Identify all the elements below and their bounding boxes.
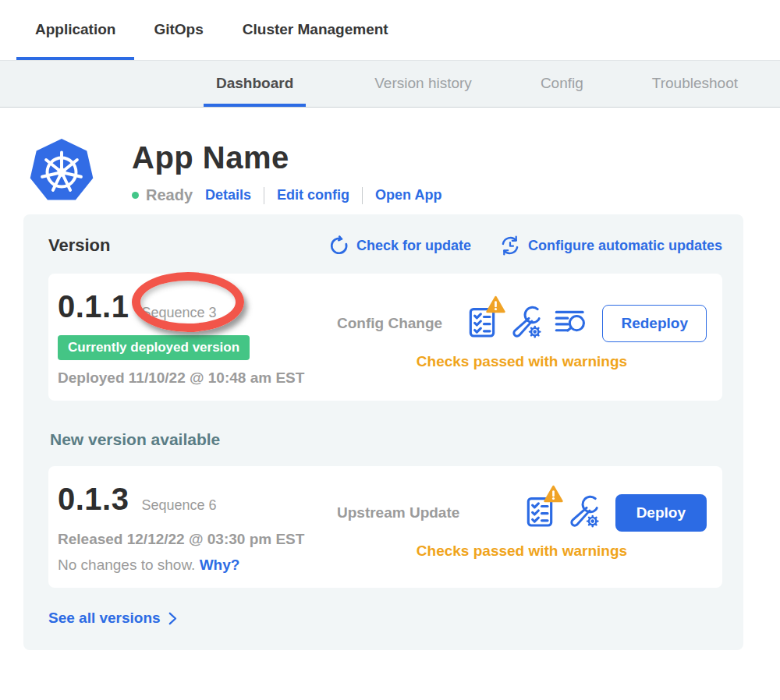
- new-version-card: 0.1.3 Sequence 6 Released 12/12/22 @ 03:…: [48, 466, 722, 588]
- divider: [264, 187, 264, 204]
- current-checks-status: Checks passed with warnings: [337, 353, 707, 370]
- warning-triangle-icon: [544, 485, 563, 503]
- configure-automatic-updates-button[interactable]: Configure automatic updates: [499, 235, 722, 256]
- check-for-update-button[interactable]: Check for update: [328, 235, 471, 256]
- app-meta-row: Ready Details Edit config Open App: [132, 186, 441, 204]
- status-dot-icon: [132, 192, 139, 199]
- configure-automatic-updates-label: Configure automatic updates: [528, 238, 722, 254]
- current-version-actions: Config Change: [337, 288, 707, 387]
- current-version-sequence: Sequence 3: [141, 305, 216, 321]
- new-version-number: 0.1.3: [58, 482, 129, 517]
- app-page: Application GitOps Cluster Management Da…: [0, 0, 780, 700]
- sub-tab-config[interactable]: Config: [541, 61, 583, 107]
- see-all-versions-label: See all versions: [48, 610, 161, 627]
- check-for-update-label: Check for update: [356, 238, 471, 254]
- version-panel-header: Version Check for update: [48, 235, 722, 256]
- deploy-button[interactable]: Deploy: [615, 494, 707, 532]
- sub-nav: Dashboard Version history Config Trouble…: [0, 61, 780, 108]
- current-version-info: 0.1.1 Sequence 3 Currently deployed vers…: [58, 288, 337, 387]
- why-link[interactable]: Why?: [200, 557, 240, 573]
- version-actions: Check for update Configure automatic upd…: [328, 235, 722, 256]
- version-heading: Version: [48, 235, 110, 256]
- chevron-right-icon: [168, 612, 177, 625]
- sub-tab-version-history[interactable]: Version history: [374, 61, 472, 107]
- top-tab-gitops[interactable]: GitOps: [154, 0, 203, 60]
- see-all-versions-link[interactable]: See all versions: [48, 610, 722, 627]
- view-diff-icon[interactable]: [554, 308, 587, 339]
- top-nav: Application GitOps Cluster Management: [0, 0, 780, 61]
- new-version-info: 0.1.3 Sequence 6 Released 12/12/22 @ 03:…: [58, 480, 337, 574]
- no-changes-text: No changes to show. Why?: [58, 557, 337, 574]
- kubernetes-logo-icon: [27, 136, 96, 209]
- app-title-block: App Name Ready Details Edit config Open …: [132, 136, 441, 209]
- version-panel: Version Check for update: [23, 214, 743, 650]
- no-changes-label: No changes to show.: [58, 557, 195, 573]
- sub-tab-dashboard[interactable]: Dashboard: [204, 61, 306, 107]
- new-version-actions: Upstream Update: [337, 480, 707, 574]
- preflight-checks-icon[interactable]: [466, 305, 498, 342]
- new-checks-status: Checks passed with warnings: [337, 543, 707, 560]
- top-tab-cluster-management[interactable]: Cluster Management: [243, 0, 388, 60]
- divider: [362, 187, 363, 204]
- warning-triangle-icon: [486, 295, 505, 313]
- auto-update-clock-icon: [499, 235, 521, 256]
- new-version-icons: [524, 494, 600, 532]
- new-version-heading: New version available: [50, 430, 722, 449]
- deployed-badge: Currently deployed version: [58, 335, 250, 360]
- preflight-checks-icon[interactable]: [524, 494, 555, 532]
- details-link[interactable]: Details: [205, 187, 251, 203]
- deployed-timestamp: Deployed 11/10/22 @ 10:48 am EST: [58, 369, 337, 387]
- wrench-config-icon[interactable]: [567, 494, 600, 532]
- current-version-number: 0.1.1: [58, 289, 129, 324]
- app-status: Ready: [132, 186, 193, 204]
- current-source-label: Config Change: [337, 315, 442, 332]
- current-version-icons: [466, 305, 587, 342]
- released-timestamp: Released 12/12/22 @ 03:30 pm EST: [58, 531, 337, 548]
- app-header: App Name Ready Details Edit config Open …: [0, 108, 780, 209]
- wrench-config-icon[interactable]: [509, 305, 542, 342]
- new-source-label: Upstream Update: [337, 504, 459, 521]
- redeploy-button[interactable]: Redeploy: [602, 305, 707, 342]
- refresh-icon: [328, 235, 349, 256]
- sub-tab-troubleshoot[interactable]: Troubleshoot: [652, 61, 738, 107]
- page-title: App Name: [132, 140, 441, 175]
- edit-config-link[interactable]: Edit config: [277, 187, 349, 203]
- new-version-sequence: Sequence 6: [141, 497, 216, 514]
- status-label: Ready: [146, 186, 193, 204]
- top-tab-application[interactable]: Application: [16, 0, 134, 60]
- open-app-link[interactable]: Open App: [375, 187, 441, 203]
- current-version-card: 0.1.1 Sequence 3 Currently deployed vers…: [48, 274, 722, 401]
